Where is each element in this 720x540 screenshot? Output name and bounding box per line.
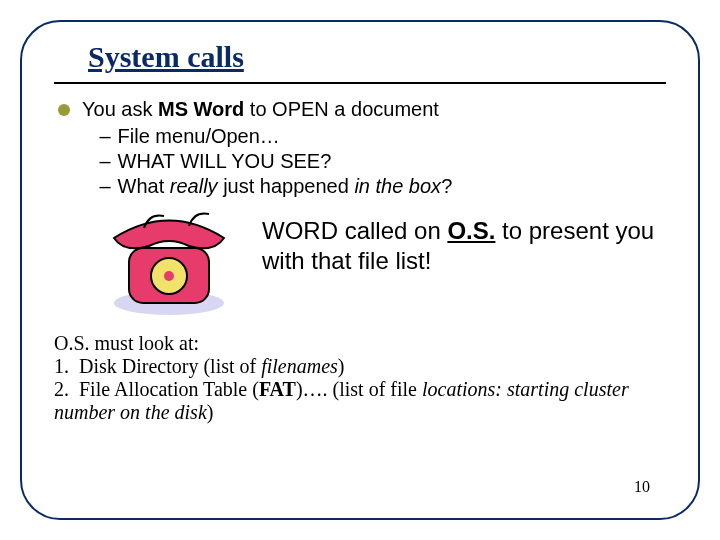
telephone-clipart-icon — [94, 208, 244, 318]
main-bullet: You ask MS Word to OPEN a document — [54, 98, 666, 121]
text-fragment: You ask — [82, 98, 158, 120]
text-fragment: just happened — [218, 175, 355, 197]
title-separator — [54, 82, 666, 84]
text-fragment: )…. (list of file — [296, 378, 422, 400]
page-number: 10 — [634, 478, 650, 496]
text-fragment: Disk Directory (list of — [79, 355, 261, 377]
sub-bullet-2: – WHAT WILL YOU SEE? — [98, 150, 666, 173]
text-italic: really — [170, 175, 218, 197]
image-text-row: WORD called on O.S. to present you with … — [54, 208, 666, 318]
sub-text: What really just happened in the box? — [118, 175, 453, 197]
sub-bullet-3: – What really just happened in the box? — [98, 175, 666, 198]
dash-icon: – — [98, 175, 112, 198]
svg-point-3 — [164, 271, 174, 281]
slide-frame: System calls You ask MS Word to OPEN a d… — [20, 20, 700, 520]
sub-bullet-1: – File menu/Open… — [98, 125, 666, 148]
text-fragment: File Allocation Table ( — [79, 378, 259, 400]
text-italic: filenames — [261, 355, 338, 377]
os-look-block: O.S. must look at: 1. Disk Directory (li… — [54, 332, 666, 424]
text-fragment: to OPEN a document — [244, 98, 439, 120]
look-item-1: 1. Disk Directory (list of filenames) — [54, 355, 666, 378]
text-fragment: ? — [441, 175, 452, 197]
text-bold: MS Word — [158, 98, 244, 120]
text-fragment: What — [118, 175, 170, 197]
text-os: O.S. — [447, 217, 495, 244]
sub-text: File menu/Open… — [118, 125, 280, 147]
look-intro: O.S. must look at: — [54, 332, 666, 355]
text-fragment: ) — [207, 401, 214, 423]
text-bold: FAT — [259, 378, 296, 400]
main-bullet-text: You ask MS Word to OPEN a document — [82, 98, 439, 121]
dash-icon: – — [98, 150, 112, 173]
callout-message: WORD called on O.S. to present you with … — [262, 216, 666, 276]
sub-text: WHAT WILL YOU SEE? — [118, 150, 332, 172]
text-fragment: ) — [338, 355, 345, 377]
look-item-2: 2. File Allocation Table (FAT)…. (list o… — [54, 378, 666, 424]
text-fragment: WORD called on — [262, 217, 447, 244]
text-italic: in the box — [354, 175, 441, 197]
slide-title: System calls — [88, 40, 666, 74]
bullet-dot-icon — [58, 104, 70, 116]
dash-icon: – — [98, 125, 112, 148]
